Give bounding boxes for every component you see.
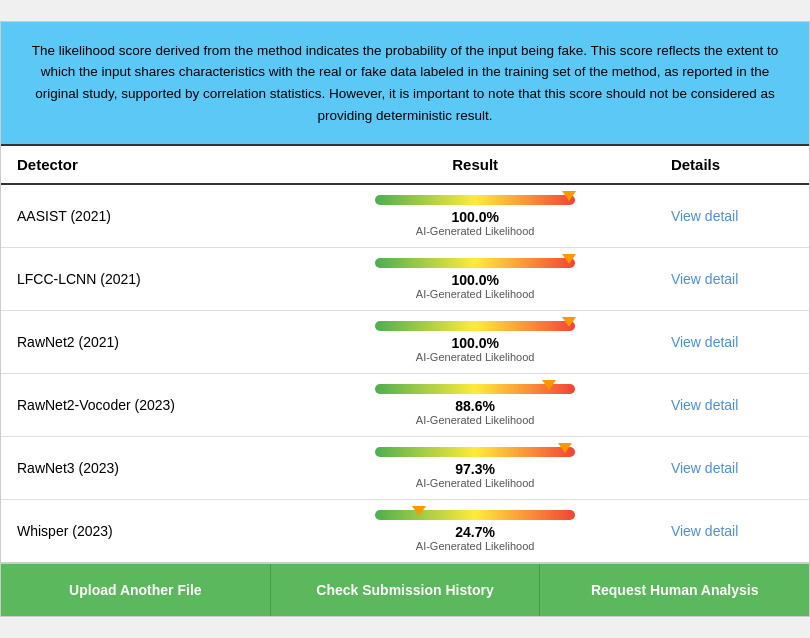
- table-row: Whisper (2023)24.7%AI-Generated Likeliho…: [1, 500, 809, 563]
- human-button[interactable]: Request Human Analysis: [540, 564, 809, 616]
- bar-marker: [562, 191, 576, 201]
- view-detail-link[interactable]: View detail: [671, 523, 738, 539]
- bar-marker: [562, 317, 576, 327]
- col-header-result: Result: [295, 145, 654, 184]
- view-detail-link[interactable]: View detail: [671, 208, 738, 224]
- detail-cell: View detail: [655, 184, 809, 248]
- view-detail-link[interactable]: View detail: [671, 397, 738, 413]
- score-label: AI-Generated Likelihood: [311, 288, 638, 300]
- detector-name: RawNet2 (2021): [1, 311, 295, 374]
- detector-name: Whisper (2023): [1, 500, 295, 563]
- score-label: AI-Generated Likelihood: [311, 414, 638, 426]
- result-cell: 97.3%AI-Generated Likelihood: [295, 437, 654, 500]
- score-value: 100.0%: [311, 335, 638, 351]
- col-header-details: Details: [655, 145, 809, 184]
- score-label: AI-Generated Likelihood: [311, 540, 638, 552]
- table-row: RawNet3 (2023)97.3%AI-Generated Likeliho…: [1, 437, 809, 500]
- gradient-bar: [375, 258, 575, 268]
- detector-name: AASIST (2021): [1, 184, 295, 248]
- view-detail-link[interactable]: View detail: [671, 334, 738, 350]
- score-value: 100.0%: [311, 209, 638, 225]
- view-detail-link[interactable]: View detail: [671, 460, 738, 476]
- detail-cell: View detail: [655, 374, 809, 437]
- score-label: AI-Generated Likelihood: [311, 477, 638, 489]
- gradient-bar: [375, 321, 575, 331]
- bar-marker: [558, 443, 572, 453]
- bar-marker: [562, 254, 576, 264]
- detector-name: LFCC-LCNN (2021): [1, 248, 295, 311]
- table-row: RawNet2 (2021)100.0%AI-Generated Likelih…: [1, 311, 809, 374]
- detail-cell: View detail: [655, 437, 809, 500]
- footer-buttons: Upload Another File Check Submission His…: [1, 562, 809, 616]
- bar-marker: [542, 380, 556, 390]
- detector-name: RawNet3 (2023): [1, 437, 295, 500]
- col-header-detector: Detector: [1, 145, 295, 184]
- info-text: The likelihood score derived from the me…: [32, 43, 778, 123]
- score-value: 88.6%: [311, 398, 638, 414]
- result-cell: 24.7%AI-Generated Likelihood: [295, 500, 654, 563]
- result-cell: 100.0%AI-Generated Likelihood: [295, 248, 654, 311]
- info-box: The likelihood score derived from the me…: [1, 22, 809, 144]
- result-cell: 100.0%AI-Generated Likelihood: [295, 184, 654, 248]
- history-button[interactable]: Check Submission History: [271, 564, 541, 616]
- table-row: AASIST (2021)100.0%AI-Generated Likeliho…: [1, 184, 809, 248]
- detail-cell: View detail: [655, 248, 809, 311]
- gradient-bar: [375, 510, 575, 520]
- gradient-bar: [375, 195, 575, 205]
- main-container: The likelihood score derived from the me…: [0, 21, 810, 617]
- detail-cell: View detail: [655, 311, 809, 374]
- score-label: AI-Generated Likelihood: [311, 225, 638, 237]
- gradient-bar: [375, 447, 575, 457]
- results-table: Detector Result Details AASIST (2021)100…: [1, 144, 809, 562]
- view-detail-link[interactable]: View detail: [671, 271, 738, 287]
- score-value: 100.0%: [311, 272, 638, 288]
- table-row: LFCC-LCNN (2021)100.0%AI-Generated Likel…: [1, 248, 809, 311]
- detector-name: RawNet2-Vocoder (2023): [1, 374, 295, 437]
- score-label: AI-Generated Likelihood: [311, 351, 638, 363]
- score-value: 24.7%: [311, 524, 638, 540]
- table-row: RawNet2-Vocoder (2023)88.6%AI-Generated …: [1, 374, 809, 437]
- upload-button[interactable]: Upload Another File: [1, 564, 271, 616]
- score-value: 97.3%: [311, 461, 638, 477]
- bar-marker: [412, 506, 426, 516]
- detail-cell: View detail: [655, 500, 809, 563]
- result-cell: 88.6%AI-Generated Likelihood: [295, 374, 654, 437]
- gradient-bar: [375, 384, 575, 394]
- result-cell: 100.0%AI-Generated Likelihood: [295, 311, 654, 374]
